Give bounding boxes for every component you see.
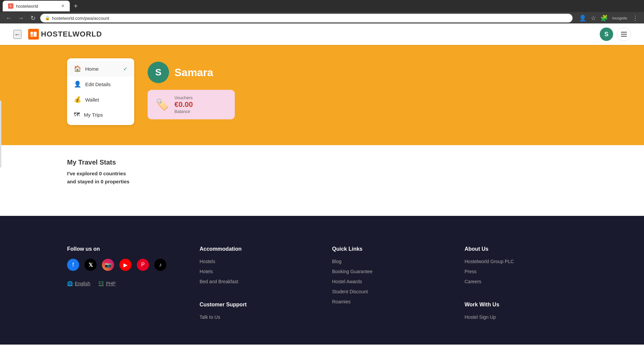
footer: Follow us on f 𝕏 📷 ▶ P ♪ 🌐 English 💱 PHP… <box>0 226 644 345</box>
tiktok-icon[interactable]: ♪ <box>154 259 166 271</box>
tab-favicon: h <box>8 3 13 9</box>
profile-name: S Samara <box>148 62 235 83</box>
wallet-icon: 💰 <box>74 96 81 103</box>
customer-support-title: Customer Support <box>200 302 312 308</box>
reload-button[interactable]: ↻ <box>28 13 38 23</box>
incognito-label: Incognito <box>610 13 629 23</box>
extensions-button[interactable]: 🧩 <box>599 13 609 23</box>
language-section: 🌐 English 💱 PHP <box>67 281 179 286</box>
sidebar-item-edit-details-label: Edit Details <box>85 81 111 87</box>
social-icons: f 𝕏 📷 ▶ P ♪ <box>67 259 179 271</box>
currency-button[interactable]: 💱 PHP <box>98 281 116 286</box>
svg-rect-0 <box>31 32 33 35</box>
active-check-icon: ✓ <box>123 66 127 72</box>
facebook-icon[interactable]: f <box>67 259 79 271</box>
twitter-x-icon[interactable]: 𝕏 <box>85 259 97 271</box>
map-icon: 🗺 <box>74 111 80 118</box>
footer-link-careers[interactable]: Careers <box>465 279 577 284</box>
hero-section: 🏠 Home ✓ 👤 Edit Details 💰 Wallet 🗺 My Tr… <box>0 45 644 145</box>
profile-name-text: Samara <box>174 66 213 79</box>
hamburger-icon <box>621 32 627 37</box>
voucher-tag-icon: 🏷️ <box>156 98 169 111</box>
footer-link-blog[interactable]: Blog <box>332 259 444 264</box>
follow-label: Follow us on <box>67 246 179 252</box>
sidebar-item-wallet[interactable]: 💰 Wallet <box>67 92 134 107</box>
svg-rect-1 <box>34 32 37 37</box>
header-right: S <box>600 27 631 41</box>
tab-title: hostelworld <box>16 4 38 9</box>
logo-icon <box>28 29 39 40</box>
sidebar-menu: 🏠 Home ✓ 👤 Edit Details 💰 Wallet 🗺 My Tr… <box>67 58 134 125</box>
footer-link-hostelworld-group[interactable]: Hostelworld Group PLC <box>465 259 577 264</box>
footer-link-booking-guarantee[interactable]: Booking Guarantee <box>332 269 444 274</box>
sidebar-item-wallet-label: Wallet <box>85 97 99 103</box>
footer-link-student-discount[interactable]: Student Discount <box>332 289 444 294</box>
quick-links-title: Quick Links <box>332 246 444 252</box>
vouchers-card[interactable]: 🏷️ Vouchers €0.00 Balance <box>148 90 235 119</box>
footer-grid: Follow us on f 𝕏 📷 ▶ P ♪ 🌐 English 💱 PHP… <box>67 246 577 324</box>
travel-stats-countries: I've explored 0 countries <box>67 170 577 178</box>
profile-icon-button[interactable]: 👤 <box>578 13 587 23</box>
sidebar-item-my-trips[interactable]: 🗺 My Trips <box>67 107 134 122</box>
forward-button[interactable]: → <box>16 13 25 23</box>
pinterest-icon[interactable]: P <box>137 259 149 271</box>
lock-icon: 🔒 <box>45 16 50 20</box>
logo: HOSTELWORLD <box>28 29 102 40</box>
tab-bar: h hostelworld × + <box>0 0 644 12</box>
countries-count: 0 countries <box>99 171 126 176</box>
properties-count: 0 properties <box>101 179 129 184</box>
more-button[interactable]: ⋮ <box>631 13 640 23</box>
nav-actions: 👤 ☆ 🧩 Incognito ⋮ <box>578 13 640 23</box>
sidebar-item-home-label: Home <box>85 66 99 72</box>
stats-section: My Travel Stats I've explored 0 countrie… <box>0 145 644 206</box>
about-us-title: About Us <box>465 246 577 252</box>
hamburger-menu-button[interactable] <box>617 27 631 41</box>
travel-stats-properties: and stayed in 0 properties <box>67 178 577 186</box>
footer-social-col: Follow us on f 𝕏 📷 ▶ P ♪ 🌐 English 💱 PHP <box>67 246 179 324</box>
profile-section: S Samara 🏷️ Vouchers €0.00 Balance <box>148 58 235 119</box>
instagram-icon[interactable]: 📷 <box>102 259 114 271</box>
footer-link-hostel-awards[interactable]: Hostel Awards <box>332 279 444 284</box>
active-tab[interactable]: h hostelworld × <box>3 1 70 11</box>
bookmark-button[interactable]: ☆ <box>589 13 598 23</box>
footer-link-press[interactable]: Press <box>465 269 577 274</box>
accommodation-title: Accommodation <box>200 246 312 252</box>
new-tab-button[interactable]: + <box>71 2 80 10</box>
vouchers-balance-label: Balance <box>174 109 193 114</box>
address-bar[interactable]: 🔒 hostelworld.com/pwa/account <box>40 14 573 22</box>
person-icon: 👤 <box>74 80 81 88</box>
home-icon: 🏠 <box>74 65 81 72</box>
footer-link-roamies[interactable]: Roamies <box>332 299 444 304</box>
language-button[interactable]: 🌐 English <box>67 281 90 286</box>
profile-avatar: S <box>148 62 169 83</box>
footer-link-hotels[interactable]: Hotels <box>200 269 312 274</box>
footer-quick-links-col: Quick Links Blog Booking Guarantee Hoste… <box>332 246 444 324</box>
footer-link-hostels[interactable]: Hostels <box>200 259 312 264</box>
footer-about-col: About Us Hostelworld Group PLC Press Car… <box>465 246 577 324</box>
app-header: ← HOSTELWORLD S <box>0 23 644 45</box>
tab-close-button[interactable]: × <box>61 3 64 9</box>
svg-rect-4 <box>621 34 627 35</box>
logo-text: HOSTELWORLD <box>41 30 102 39</box>
footer-accommodation-col: Accommodation Hostels Hotels Bed and Bre… <box>200 246 312 324</box>
travel-stats-title: My Travel Stats <box>67 159 577 166</box>
work-with-us-title: Work With Us <box>465 302 577 308</box>
vouchers-amount: €0.00 <box>174 100 193 109</box>
svg-rect-3 <box>621 32 627 33</box>
footer-link-talk-to-us[interactable]: Talk to Us <box>200 314 312 320</box>
back-nav-button[interactable]: ← <box>13 30 21 39</box>
back-button[interactable]: ← <box>4 13 13 23</box>
browser-nav: ← → ↻ 🔒 hostelworld.com/pwa/account 👤 ☆ … <box>0 12 644 24</box>
user-avatar-button[interactable]: S <box>600 27 613 41</box>
footer-link-hostel-sign-up[interactable]: Hostel Sign Up <box>465 314 577 320</box>
logo-svg <box>30 31 37 38</box>
sidebar-item-edit-details[interactable]: 👤 Edit Details <box>67 76 134 92</box>
youtube-icon[interactable]: ▶ <box>119 259 131 271</box>
hero-content: 🏠 Home ✓ 👤 Edit Details 💰 Wallet 🗺 My Tr… <box>67 58 577 125</box>
svg-rect-2 <box>31 36 33 37</box>
vouchers-label: Vouchers <box>174 95 193 100</box>
url-text: hostelworld.com/pwa/account <box>52 16 109 21</box>
footer-link-bed-breakfast[interactable]: Bed and Breakfast <box>200 279 312 284</box>
sidebar-item-my-trips-label: My Trips <box>84 112 103 118</box>
sidebar-item-home[interactable]: 🏠 Home ✓ <box>67 61 134 76</box>
